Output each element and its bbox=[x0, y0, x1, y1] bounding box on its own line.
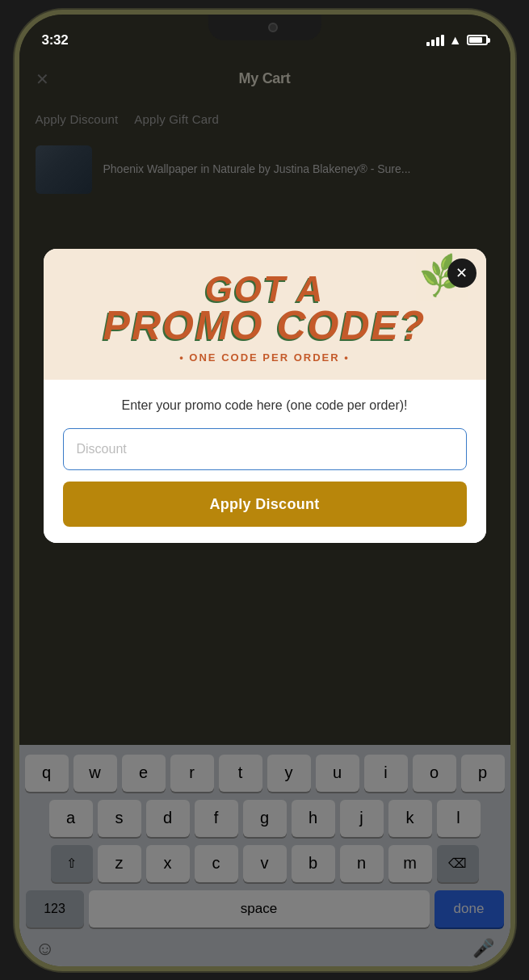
battery-icon bbox=[467, 35, 488, 45]
promo-subtitle: • ONE CODE PER ORDER • bbox=[179, 351, 350, 364]
app-content: ✕ My Cart Apply Discount Apply Gift Card… bbox=[19, 15, 510, 966]
signal-icon bbox=[426, 35, 444, 46]
promo-title-got: GOT A bbox=[205, 271, 325, 307]
phone-frame: 3:32 ▲ ✕ My Cart Apply Discount Ap bbox=[15, 10, 515, 971]
status-time: 3:32 bbox=[42, 32, 69, 48]
discount-input[interactable] bbox=[63, 428, 467, 470]
close-modal-button[interactable]: ✕ bbox=[447, 259, 477, 288]
camera bbox=[268, 23, 278, 32]
promo-description: Enter your promo code here (one code per… bbox=[63, 396, 467, 415]
status-bar: 3:32 ▲ bbox=[19, 15, 510, 57]
promo-title-promo: PROMO CODE? bbox=[103, 307, 426, 346]
status-icons: ▲ bbox=[426, 33, 488, 48]
apply-discount-button[interactable]: Apply Discount bbox=[63, 482, 467, 527]
notch bbox=[208, 15, 321, 40]
promo-modal: ✕ 🌿 GOT A PROMO CODE? • ONE CODE PER ORD… bbox=[44, 249, 486, 544]
promo-body: Enter your promo code here (one code per… bbox=[44, 380, 486, 543]
promo-header: ✕ 🌿 GOT A PROMO CODE? • ONE CODE PER ORD… bbox=[44, 249, 486, 381]
wifi-icon: ▲ bbox=[449, 33, 462, 48]
